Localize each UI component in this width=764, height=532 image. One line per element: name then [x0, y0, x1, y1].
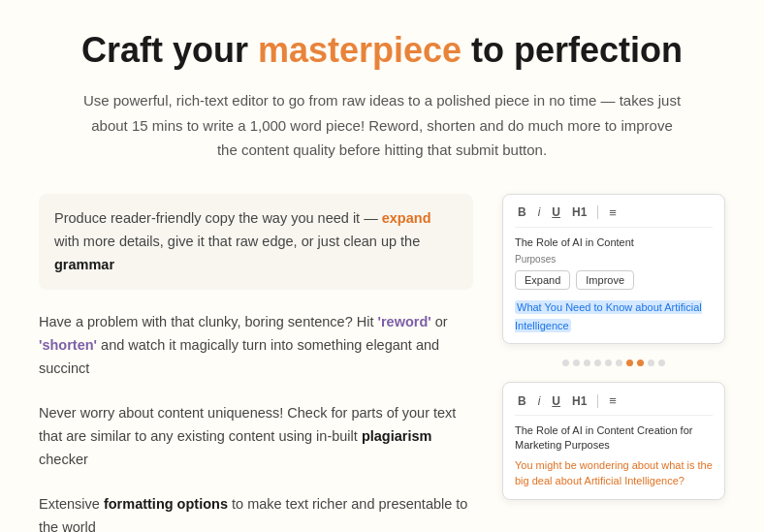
- dot-8-active: [637, 360, 644, 366]
- toolbar-divider-2: [597, 394, 598, 408]
- grammar-highlight: grammar: [54, 257, 114, 272]
- h1-btn-2[interactable]: H1: [569, 393, 589, 409]
- dot-7-active: [626, 360, 633, 366]
- shorten-highlight: 'shorten': [39, 337, 97, 353]
- bold-btn-2[interactable]: B: [515, 393, 529, 409]
- bold-btn-1[interactable]: B: [515, 204, 529, 220]
- feature-reword-text3: and watch it magically turn into somethi…: [39, 337, 439, 376]
- plagiarism-highlight: plagiarism: [362, 428, 432, 444]
- italic-btn-1[interactable]: i: [535, 204, 544, 220]
- card1-subtitle: Purposes: [515, 254, 713, 265]
- dot-9: [648, 360, 654, 366]
- reword-highlight: 'reword': [378, 314, 431, 329]
- dot-1: [562, 360, 569, 366]
- header-subtitle: Use powerful, rich-text editor to go fro…: [81, 88, 683, 163]
- card1-title: The Role of AI in Content: [515, 235, 713, 250]
- feature-expand: Produce reader-friendly copy the way you…: [39, 194, 473, 291]
- page-title: Craft your masterpiece to perfection: [39, 29, 725, 71]
- dot-2: [573, 360, 580, 366]
- list-btn-2[interactable]: ≡: [606, 392, 620, 409]
- improve-button[interactable]: Improve: [576, 270, 634, 290]
- feature-reword-text1: Have a problem with that clunky, boring …: [39, 314, 378, 329]
- card1-highlighted-text: What You Need to Know about Artificial I…: [515, 297, 713, 333]
- main-content: Produce reader-friendly copy the way you…: [39, 194, 725, 532]
- italic-btn-2[interactable]: i: [535, 393, 544, 409]
- feature-formatting-text1: Extensive: [39, 496, 104, 512]
- dots-pagination: [502, 354, 725, 372]
- feature-reword: Have a problem with that clunky, boring …: [39, 311, 473, 381]
- feature-reword-text2: or: [431, 314, 448, 329]
- editor-card-1: B i U H1 ≡ The Role of AI in Content Pur…: [502, 194, 725, 344]
- action-buttons: Expand Improve: [515, 270, 713, 290]
- feature-expand-text2: with more details, give it that raw edge…: [54, 234, 420, 249]
- underline-btn-2[interactable]: U: [549, 393, 563, 409]
- card2-body: You might be wondering about what is the…: [515, 457, 713, 489]
- mockup-column: B i U H1 ≡ The Role of AI in Content Pur…: [502, 194, 725, 500]
- dot-3: [584, 360, 590, 366]
- list-btn-1[interactable]: ≡: [606, 204, 620, 221]
- editor-toolbar-2: B i U H1 ≡: [515, 392, 713, 416]
- title-accent: masterpiece: [258, 30, 462, 70]
- dot-5: [605, 360, 612, 366]
- toolbar-divider-1: [597, 205, 598, 219]
- feature-expand-text1: Produce reader-friendly copy the way you…: [54, 210, 382, 226]
- title-part1: Craft your: [81, 30, 258, 70]
- formatting-highlight: formatting options: [104, 496, 228, 512]
- dot-10: [658, 360, 665, 366]
- h1-btn-1[interactable]: H1: [569, 204, 589, 220]
- editor-toolbar-1: B i U H1 ≡: [515, 204, 713, 228]
- card2-title: The Role of AI in Content Creation for M…: [515, 423, 713, 454]
- feature-plagiarism-text2: checker: [39, 452, 88, 467]
- dot-6: [616, 360, 622, 366]
- feature-formatting: Extensive formatting options to make tex…: [39, 493, 473, 532]
- editor-card-2: B i U H1 ≡ The Role of AI in Content Cre…: [502, 382, 725, 500]
- expand-button[interactable]: Expand: [515, 270, 570, 290]
- feature-plagiarism: Never worry about content uniqueness! Ch…: [39, 402, 473, 472]
- feature-list: Produce reader-friendly copy the way you…: [39, 194, 473, 532]
- underline-btn-1[interactable]: U: [549, 204, 563, 220]
- title-part2: to perfection: [462, 30, 683, 70]
- expand-highlight: expand: [382, 210, 431, 226]
- dot-4: [594, 360, 601, 366]
